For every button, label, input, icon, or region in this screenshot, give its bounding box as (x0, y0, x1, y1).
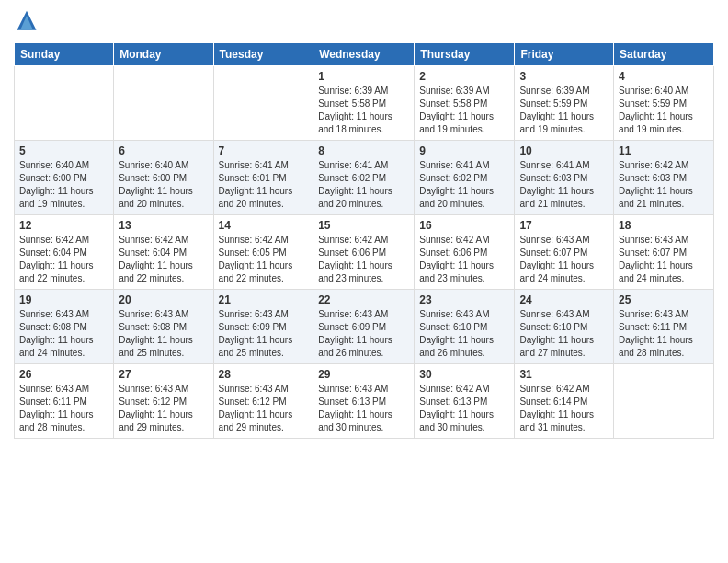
day-cell: 25Sunrise: 6:43 AMSunset: 6:11 PMDayligh… (614, 290, 714, 364)
day-info: Sunrise: 6:43 AMSunset: 6:07 PMDaylight:… (519, 234, 609, 285)
day-number: 14 (219, 219, 309, 232)
day-cell: 16Sunrise: 6:42 AMSunset: 6:06 PMDayligh… (415, 215, 515, 290)
day-info: Sunrise: 6:41 AMSunset: 6:03 PMDaylight:… (519, 159, 609, 211)
day-cell (114, 66, 213, 141)
day-info: Sunrise: 6:43 AMSunset: 6:08 PMDaylight:… (119, 308, 208, 360)
week-row-5: 26Sunrise: 6:43 AMSunset: 6:11 PMDayligh… (15, 364, 714, 439)
day-info: Sunrise: 6:40 AMSunset: 5:59 PMDaylight:… (619, 85, 709, 136)
day-cell: 18Sunrise: 6:43 AMSunset: 6:07 PMDayligh… (614, 215, 714, 290)
day-number: 22 (318, 293, 409, 306)
day-number: 16 (419, 219, 509, 232)
day-info: Sunrise: 6:41 AMSunset: 6:02 PMDaylight:… (318, 159, 409, 211)
day-info: Sunrise: 6:43 AMSunset: 6:10 PMDaylight:… (519, 308, 609, 360)
day-cell: 28Sunrise: 6:43 AMSunset: 6:12 PMDayligh… (213, 364, 313, 439)
day-cell: 27Sunrise: 6:43 AMSunset: 6:12 PMDayligh… (114, 364, 213, 439)
day-number: 5 (19, 144, 108, 157)
day-cell: 8Sunrise: 6:41 AMSunset: 6:02 PMDaylight… (313, 141, 415, 215)
day-info: Sunrise: 6:41 AMSunset: 6:01 PMDaylight:… (219, 159, 309, 211)
day-cell: 30Sunrise: 6:42 AMSunset: 6:13 PMDayligh… (415, 364, 515, 439)
day-cell: 14Sunrise: 6:42 AMSunset: 6:05 PMDayligh… (213, 215, 313, 290)
day-info: Sunrise: 6:42 AMSunset: 6:03 PMDaylight:… (619, 159, 709, 211)
day-cell: 26Sunrise: 6:43 AMSunset: 6:11 PMDayligh… (15, 364, 114, 439)
day-number: 15 (318, 219, 409, 232)
day-cell: 7Sunrise: 6:41 AMSunset: 6:01 PMDaylight… (213, 141, 313, 215)
day-number: 27 (119, 368, 208, 381)
day-number: 10 (519, 144, 609, 157)
day-number: 30 (419, 368, 509, 381)
day-of-week-monday: Monday (114, 43, 213, 66)
day-cell: 9Sunrise: 6:41 AMSunset: 6:02 PMDaylight… (415, 141, 515, 215)
day-info: Sunrise: 6:40 AMSunset: 6:00 PMDaylight:… (19, 159, 108, 211)
week-row-4: 19Sunrise: 6:43 AMSunset: 6:08 PMDayligh… (15, 290, 714, 364)
day-number: 18 (619, 219, 709, 232)
day-of-week-saturday: Saturday (614, 43, 714, 66)
day-info: Sunrise: 6:42 AMSunset: 6:04 PMDaylight:… (119, 234, 208, 285)
day-info: Sunrise: 6:43 AMSunset: 6:12 PMDaylight:… (219, 383, 309, 434)
day-cell: 4Sunrise: 6:40 AMSunset: 5:59 PMDaylight… (614, 66, 714, 141)
day-number: 2 (419, 70, 509, 83)
day-cell (614, 364, 714, 439)
day-cell: 31Sunrise: 6:42 AMSunset: 6:14 PMDayligh… (515, 364, 614, 439)
day-info: Sunrise: 6:43 AMSunset: 6:12 PMDaylight:… (119, 383, 208, 434)
day-cell: 17Sunrise: 6:43 AMSunset: 6:07 PMDayligh… (515, 215, 614, 290)
day-of-week-wednesday: Wednesday (313, 43, 415, 66)
day-of-week-friday: Friday (515, 43, 614, 66)
day-number: 29 (318, 368, 409, 381)
day-number: 1 (318, 70, 409, 83)
day-info: Sunrise: 6:43 AMSunset: 6:09 PMDaylight:… (318, 308, 409, 360)
week-row-1: 1Sunrise: 6:39 AMSunset: 5:58 PMDaylight… (15, 66, 714, 141)
day-number: 13 (119, 219, 208, 232)
day-number: 21 (219, 293, 309, 306)
day-cell: 6Sunrise: 6:40 AMSunset: 6:00 PMDaylight… (114, 141, 213, 215)
day-number: 25 (619, 293, 709, 306)
day-info: Sunrise: 6:43 AMSunset: 6:13 PMDaylight:… (318, 383, 409, 434)
day-cell: 22Sunrise: 6:43 AMSunset: 6:09 PMDayligh… (313, 290, 415, 364)
day-cell: 20Sunrise: 6:43 AMSunset: 6:08 PMDayligh… (114, 290, 213, 364)
logo (14, 9, 43, 35)
day-number: 28 (219, 368, 309, 381)
day-cell: 15Sunrise: 6:42 AMSunset: 6:06 PMDayligh… (313, 215, 415, 290)
day-info: Sunrise: 6:43 AMSunset: 6:11 PMDaylight:… (619, 308, 709, 360)
day-cell: 1Sunrise: 6:39 AMSunset: 5:58 PMDaylight… (313, 66, 415, 141)
day-info: Sunrise: 6:43 AMSunset: 6:07 PMDaylight:… (619, 234, 709, 285)
week-row-2: 5Sunrise: 6:40 AMSunset: 6:00 PMDaylight… (15, 141, 714, 215)
header (14, 9, 714, 35)
day-info: Sunrise: 6:42 AMSunset: 6:06 PMDaylight:… (419, 234, 509, 285)
day-number: 24 (519, 293, 609, 306)
day-info: Sunrise: 6:40 AMSunset: 6:00 PMDaylight:… (119, 159, 208, 211)
day-number: 6 (119, 144, 208, 157)
day-number: 12 (19, 219, 108, 232)
day-cell: 19Sunrise: 6:43 AMSunset: 6:08 PMDayligh… (15, 290, 114, 364)
calendar-body: 1Sunrise: 6:39 AMSunset: 5:58 PMDaylight… (15, 66, 714, 439)
day-cell: 11Sunrise: 6:42 AMSunset: 6:03 PMDayligh… (614, 141, 714, 215)
day-header-row: SundayMondayTuesdayWednesdayThursdayFrid… (15, 43, 714, 66)
day-number: 3 (519, 70, 609, 83)
day-info: Sunrise: 6:39 AMSunset: 5:58 PMDaylight:… (318, 85, 409, 136)
day-info: Sunrise: 6:39 AMSunset: 5:58 PMDaylight:… (419, 85, 509, 136)
day-number: 26 (19, 368, 108, 381)
day-of-week-sunday: Sunday (15, 43, 114, 66)
day-cell: 12Sunrise: 6:42 AMSunset: 6:04 PMDayligh… (15, 215, 114, 290)
day-number: 23 (419, 293, 509, 306)
day-number: 11 (619, 144, 709, 157)
day-cell: 13Sunrise: 6:42 AMSunset: 6:04 PMDayligh… (114, 215, 213, 290)
day-number: 7 (219, 144, 309, 157)
day-info: Sunrise: 6:42 AMSunset: 6:14 PMDaylight:… (519, 383, 609, 434)
day-cell: 3Sunrise: 6:39 AMSunset: 5:59 PMDaylight… (515, 66, 614, 141)
calendar-header: SundayMondayTuesdayWednesdayThursdayFrid… (15, 43, 714, 66)
calendar: SundayMondayTuesdayWednesdayThursdayFrid… (14, 42, 714, 439)
day-info: Sunrise: 6:43 AMSunset: 6:08 PMDaylight:… (19, 308, 108, 360)
day-number: 17 (519, 219, 609, 232)
day-cell: 24Sunrise: 6:43 AMSunset: 6:10 PMDayligh… (515, 290, 614, 364)
day-cell (15, 66, 114, 141)
day-info: Sunrise: 6:42 AMSunset: 6:04 PMDaylight:… (19, 234, 108, 285)
day-of-week-tuesday: Tuesday (213, 43, 313, 66)
day-cell: 29Sunrise: 6:43 AMSunset: 6:13 PMDayligh… (313, 364, 415, 439)
day-number: 31 (519, 368, 609, 381)
day-of-week-thursday: Thursday (415, 43, 515, 66)
day-number: 20 (119, 293, 208, 306)
day-cell: 21Sunrise: 6:43 AMSunset: 6:09 PMDayligh… (213, 290, 313, 364)
day-cell: 23Sunrise: 6:43 AMSunset: 6:10 PMDayligh… (415, 290, 515, 364)
day-info: Sunrise: 6:43 AMSunset: 6:11 PMDaylight:… (19, 383, 108, 434)
day-cell: 5Sunrise: 6:40 AMSunset: 6:00 PMDaylight… (15, 141, 114, 215)
